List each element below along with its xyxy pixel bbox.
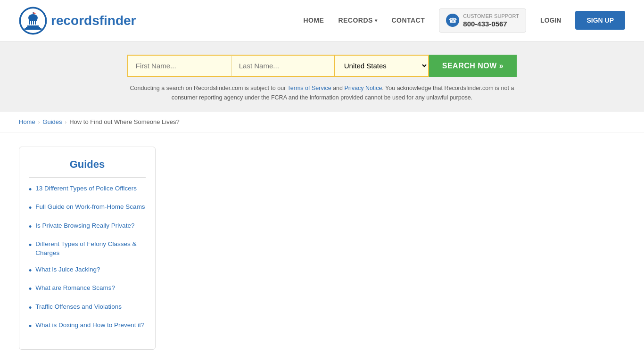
breadcrumb-home[interactable]: Home: [19, 118, 35, 125]
bullet-icon: •: [29, 184, 32, 195]
main-content: Guides • 13 Different Types of Police Of…: [0, 132, 644, 161]
nav-contact[interactable]: CONTACT: [391, 16, 425, 24]
list-item: • Is Private Browsing Really Private?: [29, 222, 146, 232]
list-item: • Traffic Offenses and Violations: [29, 303, 146, 313]
guide-link[interactable]: Different Types of Felony Classes & Char…: [35, 240, 146, 258]
support-block: ☎ CUSTOMER SUPPORT 800-433-0567: [439, 8, 526, 33]
svg-rect-13: [25, 28, 41, 30]
list-item: • What is Juice Jacking?: [29, 265, 146, 276]
svg-rect-10: [33, 12, 34, 15]
bullet-icon: •: [29, 203, 32, 214]
last-name-input[interactable]: [231, 55, 335, 77]
guide-link[interactable]: What is Juice Jacking?: [35, 265, 100, 274]
list-item: • Different Types of Felony Classes & Ch…: [29, 240, 146, 258]
nav-records[interactable]: RECORDS ▾: [338, 16, 377, 24]
guide-link[interactable]: Is Private Browsing Really Private?: [35, 222, 134, 230]
bullet-icon: •: [29, 303, 32, 313]
guides-list: • 13 Different Types of Police Officers …: [29, 184, 146, 332]
first-name-input[interactable]: [127, 55, 231, 77]
svg-rect-12: [26, 27, 40, 28]
list-item: • What are Romance Scams?: [29, 284, 146, 295]
search-banner: United StatesAlabamaAlaskaArizonaArkansa…: [0, 41, 644, 112]
search-form: United StatesAlabamaAlaskaArizonaArkansa…: [9, 55, 635, 77]
guide-link[interactable]: Full Guide on Work-from-Home Scams: [35, 203, 145, 212]
search-disclaimer: Conducting a search on Recordsfinder.com…: [129, 83, 515, 102]
nav-home[interactable]: HOME: [303, 16, 324, 24]
bullet-icon: •: [29, 321, 32, 332]
signup-button[interactable]: SIGN UP: [575, 11, 625, 30]
bullet-icon: •: [29, 222, 32, 232]
support-text: CUSTOMER SUPPORT 800-433-0567: [463, 13, 519, 29]
list-item: • Full Guide on Work-from-Home Scams: [29, 203, 146, 214]
guide-link[interactable]: What is Doxing and How to Prevent it?: [35, 321, 144, 330]
guide-link[interactable]: What are Romance Scams?: [35, 284, 115, 293]
svg-rect-9: [27, 25, 39, 27]
chevron-down-icon: ▾: [375, 18, 378, 23]
list-item: • 13 Different Types of Police Officers: [29, 184, 146, 195]
logo-text: recordsfinder: [51, 13, 136, 28]
guide-link[interactable]: Traffic Offenses and Violations: [35, 303, 122, 312]
breadcrumb-sep-1: ›: [38, 119, 40, 125]
headset-icon: ☎: [446, 14, 459, 27]
bullet-icon: •: [29, 284, 32, 295]
breadcrumb: Home › Guides › How to Find out Where So…: [0, 112, 644, 132]
list-item: • What is Doxing and How to Prevent it?: [29, 321, 146, 332]
logo-icon: [19, 7, 47, 35]
terms-link[interactable]: Terms of Service: [288, 85, 331, 91]
nav-links: HOME RECORDS ▾ CONTACT ☎ CUSTOMER SUPPOR…: [303, 8, 625, 33]
bullet-icon: •: [29, 240, 32, 251]
state-select[interactable]: United StatesAlabamaAlaskaArizonaArkansa…: [335, 55, 429, 77]
search-button[interactable]: SEARCH NOW »: [429, 55, 517, 77]
guide-link[interactable]: 13 Different Types of Police Officers: [35, 184, 137, 193]
navbar: recordsfinder HOME RECORDS ▾ CONTACT ☎ C…: [0, 0, 644, 41]
breadcrumb-guides[interactable]: Guides: [42, 118, 62, 125]
breadcrumb-current: How to Find out Where Someone Lives?: [69, 118, 179, 125]
guides-card: Guides • 13 Different Types of Police Of…: [19, 147, 156, 350]
logo-link[interactable]: recordsfinder: [19, 7, 136, 35]
privacy-link[interactable]: Privacy Notice: [344, 85, 382, 91]
guides-card-title: Guides: [29, 158, 146, 178]
bullet-icon: •: [29, 265, 32, 276]
breadcrumb-sep-2: ›: [65, 119, 67, 125]
nav-login[interactable]: LOGIN: [540, 16, 561, 24]
